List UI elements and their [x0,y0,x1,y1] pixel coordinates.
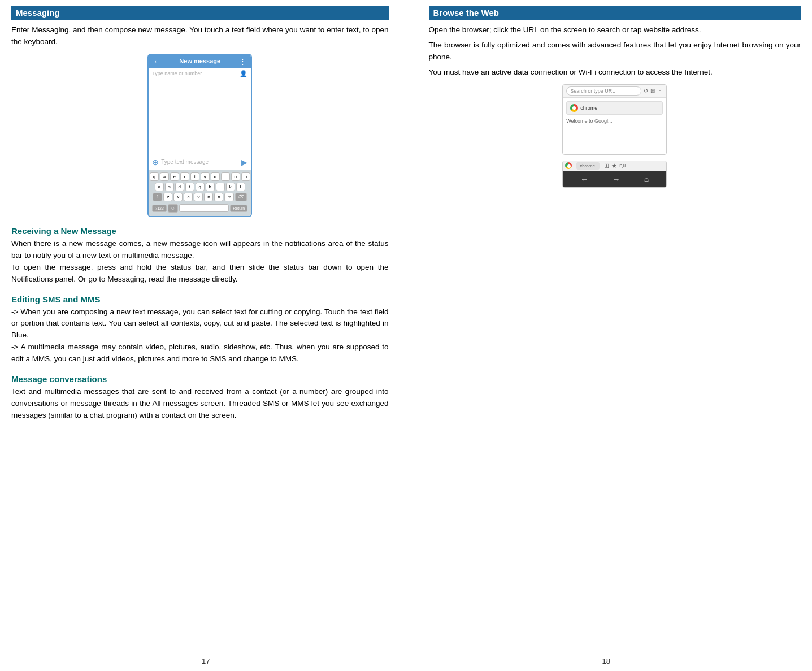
browser-menu-icon[interactable]: ⋮ [657,88,663,94]
key-f: f [185,183,194,191]
page-number-left: 17 [202,657,210,665]
browser-welcome-text: Welcome to Googl... [566,118,663,124]
key-k: k [226,183,235,191]
kb-bottom-row: ?123 ☺ Return [150,203,250,214]
chrome-row: chrome. [566,101,663,115]
contact-icon: 👤 [240,70,247,77]
key-a: a [155,183,164,191]
key-u: u [211,172,220,181]
key-123: ?123 [152,205,167,212]
browse-text2: You must have an active data connection … [429,67,801,79]
key-j: j [216,183,225,191]
browser-mockup-bottom: chrome. ⊞ ★ ꞑü ← → ⌂ [562,161,667,188]
key-v: v [194,193,203,201]
browser-body-top: chrome. Welcome to Googl... [563,98,666,154]
home-nav-button[interactable]: ⌂ [644,175,649,184]
key-x: x [173,193,183,201]
conversations-header: Message conversations [11,374,389,384]
key-z: z [163,193,172,201]
chrome-logo-icon [570,104,578,112]
forward-nav-button[interactable]: → [613,175,620,184]
phone-body [149,80,251,154]
grid-tab-icon[interactable]: ⊞ [604,162,609,170]
key-g: g [196,183,205,191]
receiving-header: Receiving a New Message [11,226,389,236]
key-space [179,204,229,212]
back-arrow-icon: ← [153,57,160,66]
browser-mockup-top: Search or type URL ↺ ⊞ ⋮ chrome. Welcome… [562,84,667,155]
messaging-header: Messaging [11,6,389,20]
key-r: r [180,172,189,181]
send-icon: ▶ [241,158,247,167]
refresh-icon[interactable]: ↺ [644,88,648,94]
key-return: Return [230,205,247,212]
key-h: h [206,183,215,191]
key-c: c [184,193,193,201]
left-column: Messaging Enter Messaging, and then comp… [11,6,406,645]
browser-tab[interactable]: chrome. [576,162,600,170]
receiving-text: When there is a new message comes, a new… [11,238,389,285]
messaging-intro: Enter Messaging, and then compose new me… [11,24,389,48]
key-b: b [204,193,213,201]
key-i: i [221,172,230,181]
chrome-label: chrome. [580,105,599,111]
tabs-icon[interactable]: ⊞ [650,88,655,94]
editing-header: Editing SMS and MMS [11,295,389,304]
key-o: o [231,172,240,181]
key-p: p [241,172,250,181]
add-icon: ⊕ [152,158,159,167]
url-input[interactable]: Search or type URL [566,86,641,96]
key-t: t [190,172,199,181]
conversations-text: Text and multimedia messages that are se… [11,386,389,422]
key-w: w [160,172,169,181]
phone-text-row: ⊕ Type text message ▶ [149,154,251,170]
browser-url-bar: Search or type URL ↺ ⊞ ⋮ [563,85,666,98]
page-number-right: 18 [602,657,610,665]
kb-row-3: ⇧ z x c v b n m ⌫ [150,193,250,201]
key-q: q [150,172,159,181]
key-d: d [175,183,184,191]
phone-to-row: Type name or number 👤 [149,68,251,80]
star-icon[interactable]: ★ [611,162,617,170]
type-text-placeholder: Type text message [161,159,241,165]
to-placeholder: Type name or number [152,71,202,76]
chrome-logo-tab-icon [565,162,572,169]
nu-icon[interactable]: ꞑü [619,163,626,168]
phone-top-bar: ← New message ⋮ [149,55,251,68]
browse-intro: Open the browser; click the URL on the s… [429,24,801,36]
page-footer: 17 18 [0,651,812,671]
key-shift: ⇧ [153,193,162,201]
phone-mockup: ← New message ⋮ Type name or number 👤 ⊕ … [147,54,252,217]
kb-row-1: q w e r t y u i o p [150,172,250,181]
kb-row-2: a s d f g h j k l [150,183,250,191]
key-m: m [224,193,234,201]
browser-nav-bar: ← → ⌂ [563,171,666,187]
right-column: Browse the Web Open the browser; click t… [406,6,801,645]
key-l: l [236,183,245,191]
key-emoji: ☺ [168,204,178,213]
key-backspace: ⌫ [235,193,247,201]
keyboard-mockup: q w e r t y u i o p a s d f g h [149,170,251,216]
phone-title: New message [179,58,220,64]
menu-dots-icon: ⋮ [239,57,246,66]
back-nav-button[interactable]: ← [580,175,588,184]
key-e: e [170,172,179,181]
editing-text: -> When you are composing a new text mes… [11,306,389,366]
browse-text1: The browser is fully optimized and comes… [429,40,801,63]
key-n: n [214,193,223,201]
browse-header: Browse the Web [429,6,801,20]
key-y: y [201,172,210,181]
browser-tab-bar: chrome. ⊞ ★ ꞑü [563,161,666,171]
key-s: s [165,183,174,191]
